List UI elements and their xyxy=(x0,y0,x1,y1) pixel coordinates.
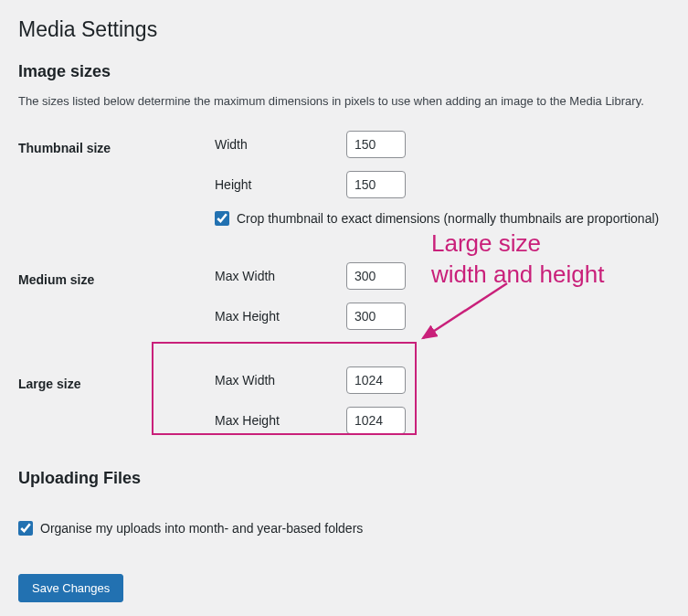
large-max-width-input[interactable] xyxy=(346,366,406,394)
thumbnail-width-input[interactable] xyxy=(346,131,406,158)
thumbnail-height-label: Height xyxy=(215,177,346,192)
thumbnail-height-input[interactable] xyxy=(346,171,406,198)
thumbnail-row: Thumbnail size Width Height Crop thumbna… xyxy=(18,131,670,239)
medium-max-width-input[interactable] xyxy=(346,262,406,290)
thumbnail-label: Thumbnail size xyxy=(18,131,215,155)
thumbnail-crop-label: Crop thumbnail to exact dimensions (norm… xyxy=(237,211,659,226)
medium-max-height-input[interactable] xyxy=(346,303,406,330)
thumbnail-width-label: Width xyxy=(215,137,346,152)
large-label: Large size xyxy=(18,366,215,391)
large-row: Large size Max Width Max Height xyxy=(18,366,670,447)
medium-row: Medium size Max Width Max Height xyxy=(18,262,670,343)
medium-max-height-label: Max Height xyxy=(215,309,346,324)
uploading-heading: Uploading Files xyxy=(18,469,670,488)
organise-uploads-checkbox[interactable] xyxy=(18,521,33,536)
organise-uploads-label: Organise my uploads into month- and year… xyxy=(40,521,363,536)
save-changes-button[interactable]: Save Changes xyxy=(18,574,123,602)
image-sizes-heading: Image sizes xyxy=(18,62,670,81)
medium-max-width-label: Max Width xyxy=(215,269,346,283)
large-max-height-label: Max Height xyxy=(215,413,346,428)
image-sizes-description: The sizes listed below determine the max… xyxy=(18,92,670,111)
page-title: Media Settings xyxy=(18,9,670,46)
medium-label: Medium size xyxy=(18,262,215,287)
large-max-width-label: Max Width xyxy=(215,373,346,388)
large-max-height-input[interactable] xyxy=(346,407,406,434)
thumbnail-crop-checkbox[interactable] xyxy=(215,211,229,226)
